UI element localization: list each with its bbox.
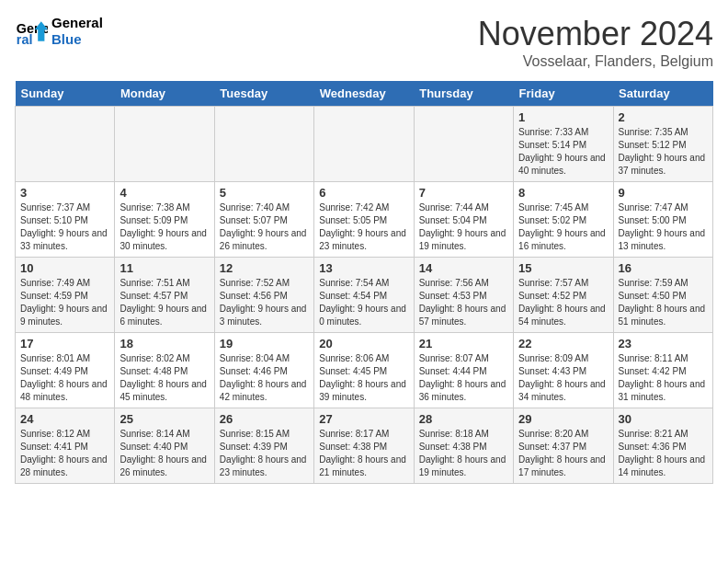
day-info: Sunrise: 7:45 AM Sunset: 5:02 PM Dayligh… [518,201,608,253]
day-cell: 5Sunrise: 7:40 AM Sunset: 5:07 PM Daylig… [214,182,313,258]
week-row-4: 17Sunrise: 8:01 AM Sunset: 4:49 PM Dayli… [16,333,713,408]
day-number: 16 [619,261,708,275]
day-info: Sunrise: 8:14 AM Sunset: 4:40 PM Dayligh… [119,428,209,479]
header: Gene ral General Blue November 2024 Voss… [15,15,713,70]
day-number: 20 [319,337,408,350]
day-info: Sunrise: 7:51 AM Sunset: 4:57 PM Dayligh… [119,277,209,328]
header-cell-thursday: Thursday [414,81,513,107]
week-row-5: 24Sunrise: 8:12 AM Sunset: 4:41 PM Dayli… [16,408,713,484]
day-number: 9 [619,186,708,200]
day-number: 7 [419,186,508,200]
day-cell: 18Sunrise: 8:02 AM Sunset: 4:48 PM Dayli… [115,333,214,408]
day-info: Sunrise: 8:07 AM Sunset: 4:44 PM Dayligh… [419,352,508,404]
day-number: 18 [119,337,209,350]
day-cell: 24Sunrise: 8:12 AM Sunset: 4:41 PM Dayli… [16,408,115,484]
month-title: November 2024 [478,15,713,53]
day-info: Sunrise: 7:37 AM Sunset: 5:10 PM Dayligh… [20,201,109,253]
day-number: 10 [20,261,109,275]
day-cell: 30Sunrise: 8:21 AM Sunset: 4:36 PM Dayli… [613,408,712,484]
header-cell-saturday: Saturday [613,81,712,107]
day-number: 22 [518,337,608,350]
day-info: Sunrise: 7:40 AM Sunset: 5:07 PM Dayligh… [220,201,309,253]
day-info: Sunrise: 8:11 AM Sunset: 4:42 PM Dayligh… [619,352,708,404]
day-number: 27 [319,412,408,426]
day-info: Sunrise: 7:59 AM Sunset: 4:50 PM Dayligh… [619,277,708,328]
day-number: 23 [619,337,708,350]
day-cell: 7Sunrise: 7:44 AM Sunset: 5:04 PM Daylig… [414,182,513,258]
day-number: 19 [220,337,309,350]
day-cell [16,107,115,182]
day-cell: 17Sunrise: 8:01 AM Sunset: 4:49 PM Dayli… [16,333,115,408]
day-cell: 2Sunrise: 7:35 AM Sunset: 5:12 PM Daylig… [613,107,712,182]
day-number: 21 [419,337,508,350]
day-info: Sunrise: 8:18 AM Sunset: 4:38 PM Dayligh… [419,428,508,479]
day-info: Sunrise: 8:15 AM Sunset: 4:39 PM Dayligh… [220,428,309,479]
day-number: 6 [319,186,408,200]
day-info: Sunrise: 7:57 AM Sunset: 4:52 PM Dayligh… [518,277,608,328]
day-cell [214,107,313,182]
day-cell [115,107,214,182]
day-cell: 3Sunrise: 7:37 AM Sunset: 5:10 PM Daylig… [16,182,115,258]
day-cell [314,107,414,182]
logo-icon: Gene ral [15,15,48,48]
day-number: 13 [319,261,408,275]
day-info: Sunrise: 8:21 AM Sunset: 4:36 PM Dayligh… [619,428,708,479]
day-info: Sunrise: 7:42 AM Sunset: 5:05 PM Dayligh… [319,201,408,253]
day-info: Sunrise: 7:54 AM Sunset: 4:54 PM Dayligh… [319,277,408,328]
day-cell: 8Sunrise: 7:45 AM Sunset: 5:02 PM Daylig… [514,182,613,258]
day-cell: 13Sunrise: 7:54 AM Sunset: 4:54 PM Dayli… [314,258,414,333]
week-row-2: 3Sunrise: 7:37 AM Sunset: 5:10 PM Daylig… [16,182,713,258]
header-cell-friday: Friday [514,81,613,107]
week-row-3: 10Sunrise: 7:49 AM Sunset: 4:59 PM Dayli… [16,258,713,333]
header-cell-wednesday: Wednesday [314,81,414,107]
day-number: 15 [518,261,608,275]
day-info: Sunrise: 7:44 AM Sunset: 5:04 PM Dayligh… [419,201,508,253]
day-cell: 11Sunrise: 7:51 AM Sunset: 4:57 PM Dayli… [115,258,214,333]
day-cell: 22Sunrise: 8:09 AM Sunset: 4:43 PM Dayli… [514,333,613,408]
week-row-1: 1Sunrise: 7:33 AM Sunset: 5:14 PM Daylig… [16,107,713,182]
location-title: Vosselaar, Flanders, Belgium [478,53,713,70]
day-number: 8 [518,186,608,200]
header-row: SundayMondayTuesdayWednesdayThursdayFrid… [16,81,713,107]
day-number: 17 [20,337,109,350]
day-info: Sunrise: 8:09 AM Sunset: 4:43 PM Dayligh… [518,352,608,404]
day-cell: 12Sunrise: 7:52 AM Sunset: 4:56 PM Dayli… [214,258,313,333]
calendar-table: SundayMondayTuesdayWednesdayThursdayFrid… [15,81,713,484]
day-info: Sunrise: 8:01 AM Sunset: 4:49 PM Dayligh… [20,352,109,404]
day-cell: 29Sunrise: 8:20 AM Sunset: 4:37 PM Dayli… [514,408,613,484]
svg-text:ral: ral [17,32,33,47]
day-info: Sunrise: 7:52 AM Sunset: 4:56 PM Dayligh… [220,277,309,328]
header-cell-tuesday: Tuesday [214,81,313,107]
day-number: 24 [20,412,109,426]
day-info: Sunrise: 7:35 AM Sunset: 5:12 PM Dayligh… [619,126,708,178]
day-cell: 6Sunrise: 7:42 AM Sunset: 5:05 PM Daylig… [314,182,414,258]
day-number: 29 [518,412,608,426]
day-number: 3 [20,186,109,200]
day-cell: 9Sunrise: 7:47 AM Sunset: 5:00 PM Daylig… [613,182,712,258]
day-cell: 15Sunrise: 7:57 AM Sunset: 4:52 PM Dayli… [514,258,613,333]
logo-line1: General [51,15,103,31]
day-cell: 21Sunrise: 8:07 AM Sunset: 4:44 PM Dayli… [414,333,513,408]
day-cell: 1Sunrise: 7:33 AM Sunset: 5:14 PM Daylig… [514,107,613,182]
day-number: 1 [518,110,608,124]
day-info: Sunrise: 7:38 AM Sunset: 5:09 PM Dayligh… [119,201,209,253]
day-cell: 16Sunrise: 7:59 AM Sunset: 4:50 PM Dayli… [613,258,712,333]
day-cell: 26Sunrise: 8:15 AM Sunset: 4:39 PM Dayli… [214,408,313,484]
day-info: Sunrise: 7:47 AM Sunset: 5:00 PM Dayligh… [619,201,708,253]
day-number: 30 [619,412,708,426]
title-area: November 2024 Vosselaar, Flanders, Belgi… [478,15,713,70]
day-cell: 23Sunrise: 8:11 AM Sunset: 4:42 PM Dayli… [613,333,712,408]
day-number: 4 [119,186,209,200]
day-info: Sunrise: 8:17 AM Sunset: 4:38 PM Dayligh… [319,428,408,479]
day-cell: 28Sunrise: 8:18 AM Sunset: 4:38 PM Dayli… [414,408,513,484]
day-info: Sunrise: 8:04 AM Sunset: 4:46 PM Dayligh… [220,352,309,404]
day-cell: 25Sunrise: 8:14 AM Sunset: 4:40 PM Dayli… [115,408,214,484]
header-cell-sunday: Sunday [16,81,115,107]
header-cell-monday: Monday [115,81,214,107]
day-info: Sunrise: 7:49 AM Sunset: 4:59 PM Dayligh… [20,277,109,328]
day-info: Sunrise: 7:56 AM Sunset: 4:53 PM Dayligh… [419,277,508,328]
day-info: Sunrise: 8:12 AM Sunset: 4:41 PM Dayligh… [20,428,109,479]
day-number: 5 [220,186,309,200]
day-info: Sunrise: 8:20 AM Sunset: 4:37 PM Dayligh… [518,428,608,479]
day-cell: 19Sunrise: 8:04 AM Sunset: 4:46 PM Dayli… [214,333,313,408]
